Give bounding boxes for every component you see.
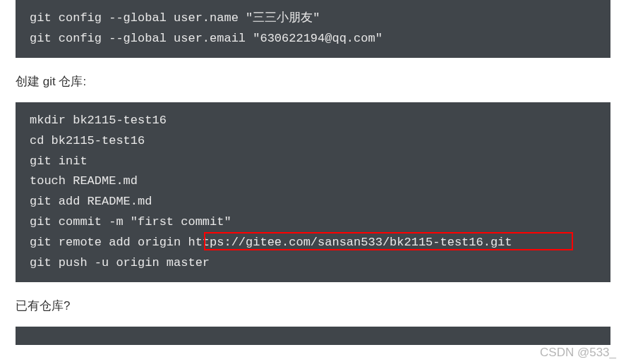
- code-line: git push -u origin master: [30, 253, 596, 274]
- code-line: git config --global user.name "三三小朋友": [30, 8, 596, 29]
- watermark-text: CSDN @533_: [540, 346, 616, 360]
- code-block-create-repo: mkdir bk2115-test16 cd bk2115-test16 git…: [16, 102, 610, 282]
- code-line: mkdir bk2115-test16: [30, 111, 596, 131]
- section-heading-existing-repo: 已有仓库?: [16, 298, 626, 314]
- code-line: git remote add origin https://gitee.com/…: [30, 233, 596, 253]
- section-heading-create-repo: 创建 git 仓库:: [16, 73, 626, 90]
- code-line: git commit -m "first commit": [30, 212, 596, 233]
- code-line: git config --global user.email "63062219…: [30, 29, 596, 49]
- code-line: git init: [30, 152, 596, 172]
- code-line: git add README.md: [30, 192, 596, 212]
- code-block-git-config: git config --global user.name "三三小朋友" gi…: [16, 0, 610, 58]
- code-block-existing-repo: [16, 327, 610, 345]
- code-line: cd bk2115-test16: [30, 131, 596, 152]
- code-line: touch README.md: [30, 171, 596, 192]
